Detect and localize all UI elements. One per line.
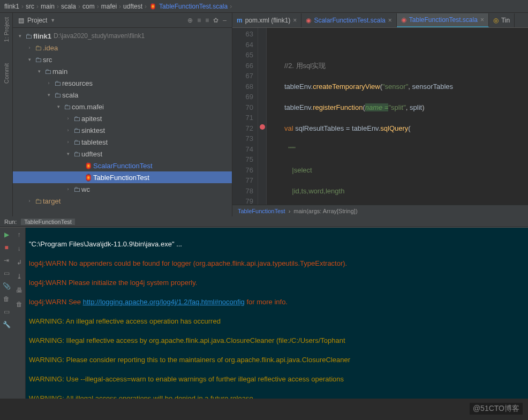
wrap-icon[interactable]: ↲ (17, 259, 22, 266)
wrench-icon[interactable]: 🔧 (3, 321, 11, 328)
run-tab[interactable]: TableFunctionTest (21, 219, 75, 225)
watermark: @51CTO博客 (470, 403, 523, 415)
console-output[interactable]: "C:\Program Files\Java\jdk-11.0.9\bin\ja… (26, 228, 528, 399)
project-title[interactable]: Project (27, 17, 47, 24)
tree-scala[interactable]: ▾🗀scala (13, 89, 232, 101)
up-icon[interactable]: ↑ (18, 231, 21, 238)
down-icon[interactable]: ↓ (18, 245, 21, 252)
tab-scalar[interactable]: ◉ScalarFunctionTest.scala× (301, 13, 396, 27)
run-label: Run: (4, 219, 17, 225)
tree-apitest[interactable]: ›🗀apitest (13, 112, 232, 124)
tree-root[interactable]: ▾🗀flink1D:\java2020_study\maven\flink1 (13, 30, 232, 42)
bc-item[interactable]: main (41, 3, 55, 10)
bc-item[interactable]: src (26, 3, 34, 10)
tab-table[interactable]: ◉TableFunctionTest.scala× (397, 13, 489, 27)
tree-wc[interactable]: ›🗀wc (13, 183, 232, 195)
tree-table-file[interactable]: 🏮TableFunctionTest (13, 171, 232, 183)
tab-tin[interactable]: ◎Tin (489, 13, 515, 27)
collapse-all-icon[interactable]: ≡ (205, 17, 209, 24)
editor-area: mpom.xml (flink1)× ◉ScalarFunctionTest.s… (232, 13, 528, 216)
print-icon[interactable]: 🖶 (16, 287, 22, 294)
tree-src[interactable]: ▾🗀src (13, 54, 232, 65)
scroll-icon[interactable]: ⤓ (17, 273, 22, 280)
tree-udftest[interactable]: ▾🗀udftest (13, 148, 232, 160)
tree-scalar-file[interactable]: 🏮ScalarFunctionTest (13, 160, 232, 171)
project-header: ▤ Project ▼ ⊕ ≡ ≡ ✿ – (13, 13, 232, 28)
tool-window-strip: 1: Project Commit (0, 13, 13, 216)
object-icon: ◎ (493, 17, 499, 24)
gear-icon[interactable]: ✿ (213, 17, 218, 24)
project-panel: ▤ Project ▼ ⊕ ≡ ≡ ✿ – ▾🗀flink1D:\java202… (13, 13, 232, 216)
run-actions: ▶ ■ ⇥ ▭ 📎 🗑 ▭ 🔧 (0, 228, 13, 399)
maven-icon: m (237, 17, 243, 24)
exit-icon[interactable]: ⇥ (4, 257, 9, 264)
bc-item[interactable]: com (82, 3, 95, 10)
layout-icon[interactable]: ▭ (4, 269, 10, 277)
editor-tabs: mpom.xml (flink1)× ◉ScalarFunctionTest.s… (232, 13, 528, 28)
clear-icon[interactable]: 🗑 (16, 301, 22, 308)
commit-tool-button[interactable]: Commit (3, 63, 10, 84)
scala-file-icon: 🏮 (149, 3, 157, 10)
tab-pom[interactable]: mpom.xml (flink1)× (232, 13, 301, 27)
close-icon[interactable]: × (293, 17, 297, 24)
rerun-icon[interactable]: ▶ (4, 231, 9, 238)
scala-icon: ◉ (306, 17, 311, 24)
stop-icon[interactable]: ■ (4, 244, 8, 251)
dropdown-icon[interactable]: ▼ (50, 18, 55, 23)
scala-icon: ◉ (401, 16, 406, 24)
crumb-method[interactable]: main(args: Array[String]) (293, 208, 357, 214)
tree-resources[interactable]: ›🗀resources (13, 77, 232, 89)
line-gutter[interactable]: 636465 666768 697071 727374 757677 78798… (232, 28, 258, 205)
editor-body[interactable]: 636465 666768 697071 727374 757677 78798… (232, 28, 528, 205)
gutter-marks[interactable] (258, 28, 267, 205)
bc-item[interactable]: scala (61, 3, 76, 10)
bc-item[interactable]: flink1 (4, 3, 19, 10)
tree-sinktest[interactable]: ›🗀sinktest (13, 124, 232, 136)
run-panel: Run: TableFunctionTest ▶ ■ ⇥ ▭ 📎 🗑 ▭ 🔧 ↑… (0, 216, 528, 420)
expand-all-icon[interactable]: ≡ (197, 17, 201, 24)
bc-sep: › (21, 3, 24, 10)
breadcrumb[interactable]: flink1› src› main› scala› com› mafei› ud… (0, 0, 528, 13)
trash-icon[interactable]: 🗑 (3, 295, 10, 303)
select-opened-icon[interactable]: ⊕ (187, 17, 193, 24)
code-editor[interactable]: //2. 用sql实现 tableEnv.createTemporaryView… (267, 28, 528, 205)
tree-tabletest[interactable]: ›🗀tabletest (13, 136, 232, 148)
crumb-class[interactable]: TableFunctionTest (238, 208, 285, 214)
project-tool-button[interactable]: 1: Project (3, 17, 10, 42)
close-icon[interactable]: × (388, 17, 392, 24)
bc-item[interactable]: mafei (101, 3, 117, 10)
breakpoint-icon[interactable] (258, 122, 266, 133)
hide-icon[interactable]: – (223, 17, 227, 24)
bc-item[interactable]: udftest (123, 3, 142, 10)
pin-icon[interactable]: 📎 (3, 282, 11, 290)
console-actions: ↑ ↓ ↲ ⤓ 🖶 🗑 (13, 228, 26, 399)
bc-file[interactable]: TableFunctionTest.scala (159, 3, 228, 10)
tree-target[interactable]: ›🗀target (13, 195, 232, 207)
tree-idea[interactable]: ›🗀.idea (13, 42, 232, 54)
tree-package[interactable]: ▾🗀com.mafei (13, 101, 232, 112)
tree-main[interactable]: ▾🗀main (13, 65, 232, 77)
console-link[interactable]: http://logging.apache.org/log4j/1.2/faq.… (83, 298, 245, 306)
layout2-icon[interactable]: ▭ (4, 308, 10, 316)
project-icon: ▤ (18, 17, 24, 24)
editor-breadcrumb[interactable]: TableFunctionTest › main(args: Array[Str… (232, 205, 528, 216)
close-icon[interactable]: × (480, 16, 484, 24)
project-tree[interactable]: ▾🗀flink1D:\java2020_study\maven\flink1 ›… (13, 28, 232, 216)
